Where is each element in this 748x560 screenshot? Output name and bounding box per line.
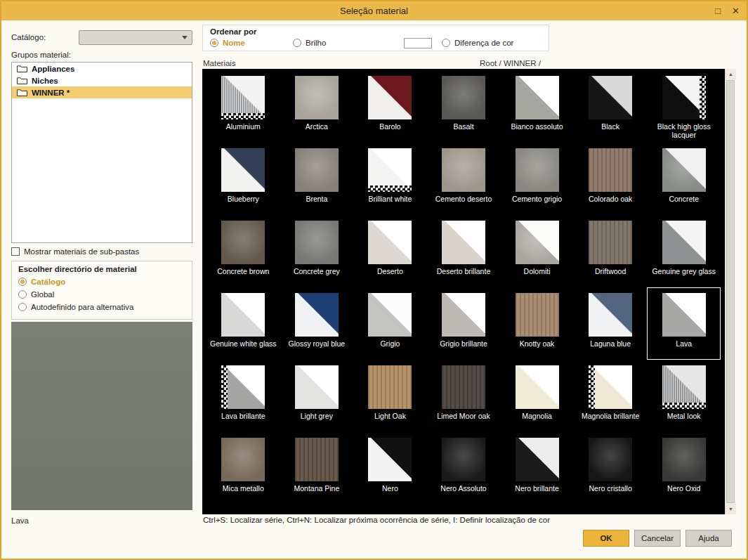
material-item-brenta[interactable]: Brenta <box>280 143 354 215</box>
sort-option-nome[interactable]: Nome <box>210 37 293 49</box>
radio-icon[interactable] <box>293 39 301 47</box>
material-swatch[interactable] <box>662 293 706 337</box>
material-item-blueberry[interactable]: Blueberry <box>206 143 280 215</box>
material-item-glossy-royal-blue[interactable]: Glossy royal blue <box>280 287 354 360</box>
titlebar[interactable]: Seleção material □ ✕ <box>1 1 747 20</box>
dir-option-cat-logo[interactable]: Catálogo <box>18 275 185 288</box>
material-item-nero-cristallo[interactable]: Nero cristallo <box>574 432 648 504</box>
material-swatch[interactable] <box>295 438 339 481</box>
material-item-basalt[interactable]: Basalt <box>427 70 501 143</box>
material-swatch[interactable] <box>662 221 706 264</box>
group-item-appliances[interactable]: Appliances <box>12 63 192 74</box>
color-difference-input[interactable] <box>404 38 432 48</box>
material-swatch[interactable] <box>662 438 706 481</box>
ajuda-button[interactable]: Ajuda <box>685 530 732 547</box>
material-swatch[interactable] <box>221 221 265 264</box>
material-item-concrete-brown[interactable]: Concrete brown <box>206 215 280 287</box>
material-item-montana-pine[interactable]: Montana Pine <box>280 432 354 504</box>
material-swatch[interactable] <box>221 293 265 337</box>
dir-option-autodefinido-para-alternativa[interactable]: Autodefinido para alternativa <box>18 301 185 313</box>
material-swatch[interactable] <box>589 221 632 264</box>
scrollbar-thumb[interactable] <box>726 80 735 503</box>
material-swatch[interactable] <box>516 221 559 264</box>
radio-icon[interactable] <box>18 278 27 286</box>
radio-icon[interactable] <box>18 303 27 311</box>
material-item-bianco-assoluto[interactable]: Bianco assoluto <box>500 70 574 143</box>
material-swatch[interactable] <box>221 76 265 119</box>
material-swatch[interactable] <box>368 438 412 481</box>
material-swatch[interactable] <box>368 76 412 119</box>
material-item-nero-oxid[interactable]: Nero Oxid <box>647 432 721 504</box>
material-item-concrete[interactable]: Concrete <box>647 143 721 215</box>
material-item-knotty-oak[interactable]: Knotty oak <box>500 287 574 360</box>
radio-icon[interactable] <box>210 39 218 47</box>
material-swatch[interactable] <box>589 365 632 409</box>
material-swatch[interactable] <box>221 438 265 481</box>
material-swatch[interactable] <box>368 148 412 192</box>
checkbox-icon[interactable] <box>11 247 20 256</box>
material-swatch[interactable] <box>295 148 339 192</box>
material-item-arctica[interactable]: Arctica <box>280 70 354 143</box>
material-item-light-grey[interactable]: Light grey <box>280 360 354 432</box>
material-swatch[interactable] <box>295 221 339 264</box>
material-item-cemento-grigio[interactable]: Cemento grigio <box>500 143 574 215</box>
material-swatch[interactable] <box>442 221 485 264</box>
sort-option-brilho[interactable]: Brilho <box>293 37 404 49</box>
material-swatch[interactable] <box>295 365 339 409</box>
material-swatch[interactable] <box>221 365 265 409</box>
material-swatch[interactable] <box>442 148 485 192</box>
group-item-winner[interactable]: WINNER * <box>12 86 192 98</box>
material-item-aluminium[interactable]: Aluminium <box>206 70 280 143</box>
scroll-up-icon[interactable]: ▲ <box>726 69 736 79</box>
material-swatch[interactable] <box>662 148 706 192</box>
material-item-dolomiti[interactable]: Dolomiti <box>500 215 574 287</box>
material-swatch[interactable] <box>516 76 559 119</box>
material-swatch[interactable] <box>442 365 485 409</box>
material-item-grigio-brillante[interactable]: Grigio brillante <box>427 287 501 360</box>
material-swatch[interactable] <box>662 365 706 409</box>
material-swatch[interactable] <box>589 148 632 192</box>
material-item-lava[interactable]: Lava <box>647 287 721 360</box>
material-item-cemento-deserto[interactable]: Cemento deserto <box>427 143 501 215</box>
material-item-grigio[interactable]: Grigio <box>353 287 427 360</box>
material-swatch[interactable] <box>221 148 265 192</box>
maximize-icon[interactable]: □ <box>715 6 721 15</box>
material-item-magnolia[interactable]: Magnolia <box>500 360 574 432</box>
material-item-magnolia-brillante[interactable]: Magnolia brillante <box>574 360 648 432</box>
material-item-nero-assoluto[interactable]: Nero Assoluto <box>427 432 501 504</box>
material-swatch[interactable] <box>516 148 559 192</box>
material-swatch[interactable] <box>295 76 339 119</box>
material-swatch[interactable] <box>442 76 485 119</box>
sort-option-diferen-a-de-cor[interactable]: Diferença de cor <box>404 37 513 49</box>
material-item-laguna-blue[interactable]: Laguna blue <box>574 287 648 360</box>
ok-button[interactable]: OK <box>583 530 629 547</box>
radio-icon[interactable] <box>442 39 450 47</box>
show-subfolder-materials-checkbox-row[interactable]: Mostrar materiais de sub-pastas <box>11 247 139 256</box>
material-swatch[interactable] <box>442 293 485 337</box>
material-item-brilliant-white[interactable]: Brilliant white <box>353 143 427 215</box>
material-item-mica-metallo[interactable]: Mica metallo <box>206 432 280 504</box>
material-item-lava-brillante[interactable]: Lava brillante <box>206 360 280 432</box>
cancelar-button[interactable]: Cancelar <box>634 530 681 547</box>
material-item-genuine-white-glass[interactable]: Genuine white glass <box>206 287 280 360</box>
material-item-barolo[interactable]: Barolo <box>353 70 427 143</box>
material-swatch[interactable] <box>516 365 559 409</box>
scroll-down-icon[interactable]: ▼ <box>726 504 736 514</box>
material-swatch[interactable] <box>589 293 632 337</box>
material-swatch[interactable] <box>368 365 412 409</box>
material-swatch[interactable] <box>516 438 559 481</box>
material-item-black-high-gloss-lacquer[interactable]: Black high gloss lacquer <box>647 70 721 143</box>
group-item-niches[interactable]: Niches <box>12 74 192 86</box>
material-item-metal-look[interactable]: Metal look <box>647 360 721 432</box>
radio-icon[interactable] <box>18 290 27 299</box>
material-swatch[interactable] <box>589 438 632 481</box>
close-icon[interactable]: ✕ <box>732 6 740 15</box>
material-item-nero[interactable]: Nero <box>353 432 427 504</box>
materials-scrollbar[interactable]: ▲ ▼ <box>725 69 735 514</box>
material-item-black[interactable]: Black <box>574 70 648 143</box>
material-swatch[interactable] <box>662 76 706 119</box>
material-item-driftwood[interactable]: Driftwood <box>574 215 648 287</box>
material-swatch[interactable] <box>442 438 485 481</box>
material-item-genuine-grey-glass[interactable]: Genuine grey glass <box>647 215 721 287</box>
material-swatch[interactable] <box>589 76 632 119</box>
